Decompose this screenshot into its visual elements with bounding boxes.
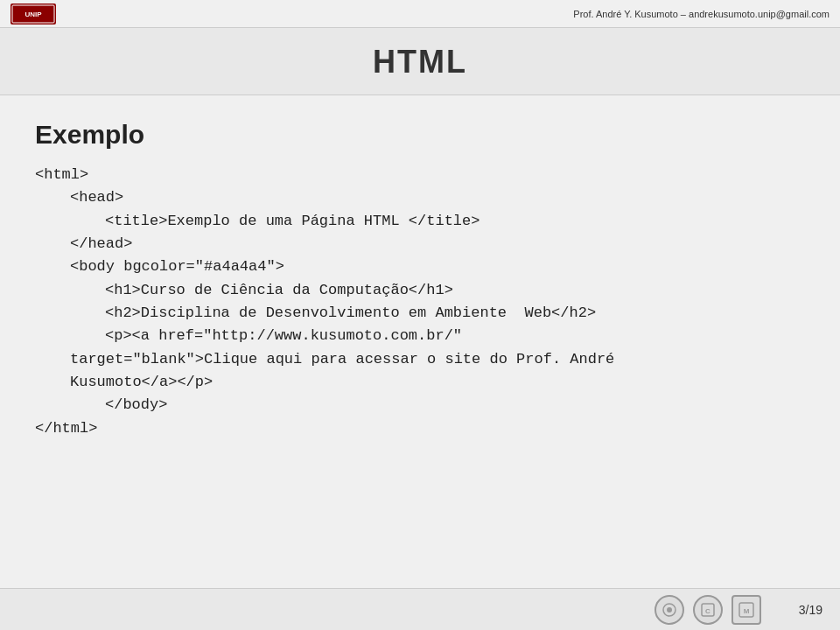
code-line-11: </body> <box>35 394 805 416</box>
code-line-6: <h1>Curso de Ciência da Computação</h1> <box>35 279 805 302</box>
page-number: 3/19 <box>788 603 822 617</box>
svg-text:M: M <box>744 607 750 615</box>
logo-area: UNIP <box>10 4 56 24</box>
main-content: Exemplo <html> <head> <title>Exemplo de … <box>0 95 840 458</box>
header-bar: UNIP Prof. André Y. Kusumoto – andrekusu… <box>0 0 840 28</box>
code-line-9: target="blank">Clique aqui para acessar … <box>35 348 805 371</box>
code-line-12: </html> <box>35 417 805 440</box>
footer-logos: C M <box>18 595 788 625</box>
code-line-4: </head> <box>35 233 805 256</box>
svg-point-4 <box>667 607 672 612</box>
title-section: HTML <box>0 28 840 95</box>
code-line-5: <body bgcolor="#a4a4a4"> <box>35 256 805 278</box>
slide-title: HTML <box>373 44 467 80</box>
footer-logo-3: M <box>732 595 761 625</box>
code-line-1: <html> <box>35 164 805 186</box>
footer-logo-2: C <box>693 595 723 625</box>
code-line-8: <p><a href="http://www.kusumoto.com.br/" <box>35 325 805 347</box>
code-line-10: Kusumoto</a></p> <box>35 371 805 394</box>
code-block: <html> <head> <title>Exemplo de uma Pági… <box>35 164 805 440</box>
code-line-3: <title>Exemplo de uma Página HTML </titl… <box>35 210 805 233</box>
code-line-7: <h2>Disciplina de Desenvolvimento em Amb… <box>35 302 805 325</box>
svg-text:UNIP: UNIP <box>24 10 42 18</box>
section-title: Exemplo <box>35 120 805 150</box>
professor-info: Prof. André Y. Kusumoto – andrekusumoto.… <box>573 9 830 19</box>
svg-text:C: C <box>705 607 710 615</box>
code-line-2: <head> <box>35 186 805 209</box>
footer-logo-1 <box>654 595 684 625</box>
unip-logo: UNIP <box>10 4 56 24</box>
footer-area: C M 3/19 <box>0 588 840 630</box>
